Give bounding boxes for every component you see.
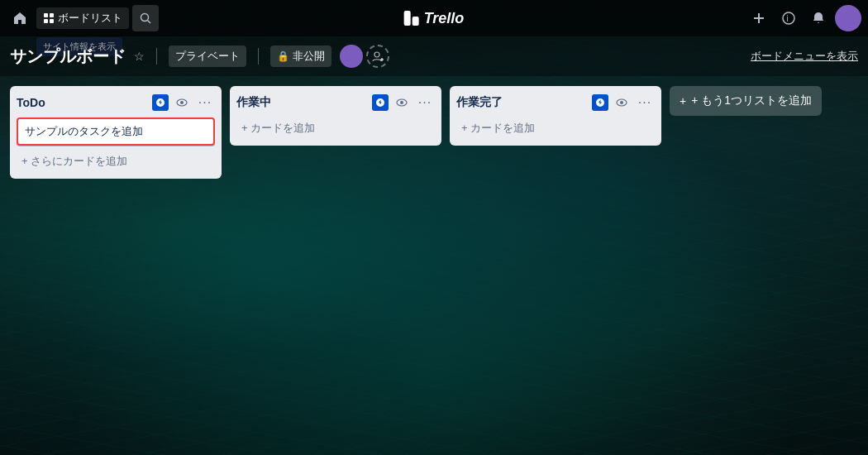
- home-button[interactable]: [7, 5, 33, 31]
- svg-rect-2: [44, 19, 48, 23]
- list-inprogress: 作業中···+ カードを追加: [230, 86, 441, 146]
- svg-rect-3: [50, 19, 54, 23]
- board-header: サンプルボード ☆ プライベート 🔒 非公開 ボードメニューを表示: [0, 36, 868, 76]
- svg-point-6: [783, 12, 794, 24]
- list-more-icon[interactable]: ···: [635, 93, 655, 113]
- list-more-icon[interactable]: ···: [415, 93, 435, 113]
- members-area: [340, 45, 389, 68]
- search-button[interactable]: [132, 5, 159, 31]
- divider: [156, 48, 157, 65]
- divider2: [258, 48, 259, 65]
- private-label: プライベート: [175, 49, 240, 64]
- add-list-button[interactable]: + + もう1つリストを追加: [670, 86, 822, 116]
- navbar-right: i: [746, 5, 861, 31]
- list-more-icon[interactable]: ···: [195, 93, 215, 113]
- svg-point-12: [180, 101, 184, 104]
- list-header-todo: ToDo···: [17, 93, 215, 113]
- privacy-button[interactable]: 🔒 非公開: [270, 46, 331, 67]
- add-card-button-inprogress[interactable]: + カードを追加: [236, 117, 435, 139]
- invite-member-button[interactable]: [366, 45, 389, 68]
- svg-line-5: [148, 21, 151, 24]
- svg-text:i: i: [787, 14, 789, 23]
- list-header-inprogress: 作業中···: [236, 93, 435, 113]
- svg-rect-0: [44, 13, 48, 17]
- card-card1[interactable]: サンプルのタスクを追加: [17, 117, 215, 146]
- list-todo: ToDo···サンプルのタスクを追加+ さらにカードを追加: [10, 86, 222, 179]
- list-header-icons-inprogress: ···: [372, 93, 435, 113]
- plugin-icon[interactable]: [592, 94, 608, 111]
- boards-list-button[interactable]: ボードリスト サイト情報を表示: [36, 7, 129, 29]
- privacy-label: 非公開: [293, 49, 325, 64]
- add-card-button-done[interactable]: + カードを追加: [456, 117, 655, 139]
- watch-list-icon[interactable]: [392, 93, 412, 113]
- lists-area: ToDo···サンプルのタスクを追加+ さらにカードを追加作業中···+ カード…: [0, 76, 868, 455]
- user-avatar[interactable]: [835, 5, 861, 31]
- svg-point-4: [141, 14, 149, 22]
- svg-point-14: [400, 101, 403, 104]
- watch-list-icon[interactable]: [612, 93, 632, 113]
- private-button[interactable]: プライベート: [169, 46, 246, 67]
- star-button[interactable]: ☆: [134, 50, 145, 63]
- list-header-icons-todo: ···: [152, 93, 215, 113]
- watch-list-icon[interactable]: [172, 93, 192, 113]
- add-list-label: + もう1つリストを追加: [691, 93, 812, 108]
- add-list-plus-icon: +: [680, 94, 686, 108]
- top-navbar: ボードリスト サイト情報を表示 Trello i: [0, 0, 868, 36]
- add-card-button-todo[interactable]: + さらにカードを追加: [17, 151, 215, 172]
- list-header-done: 作業完了···: [456, 93, 655, 113]
- list-header-icons-done: ···: [592, 93, 655, 113]
- trello-logo-icon: [404, 11, 419, 26]
- list-title-done: 作業完了: [456, 95, 592, 110]
- add-button[interactable]: [746, 5, 772, 31]
- list-title-todo: ToDo: [17, 96, 152, 109]
- lock-icon: 🔒: [277, 50, 289, 62]
- member-avatar-1[interactable]: [340, 45, 363, 68]
- plugin-icon[interactable]: [152, 94, 169, 111]
- svg-rect-1: [50, 13, 54, 17]
- info-button[interactable]: i: [775, 5, 802, 31]
- board-title[interactable]: サンプルボード: [10, 46, 126, 68]
- list-title-inprogress: 作業中: [236, 95, 372, 110]
- plugin-icon[interactable]: [372, 94, 389, 111]
- list-done: 作業完了···+ カードを追加: [450, 86, 661, 146]
- trello-logo: Trello: [404, 10, 465, 27]
- notifications-button[interactable]: [805, 5, 832, 31]
- svg-point-8: [374, 52, 379, 57]
- board-menu-button[interactable]: ボードメニューを表示: [751, 49, 858, 64]
- svg-point-16: [620, 101, 623, 104]
- boards-button-label: ボードリスト: [58, 11, 122, 26]
- trello-wordmark: Trello: [424, 10, 465, 27]
